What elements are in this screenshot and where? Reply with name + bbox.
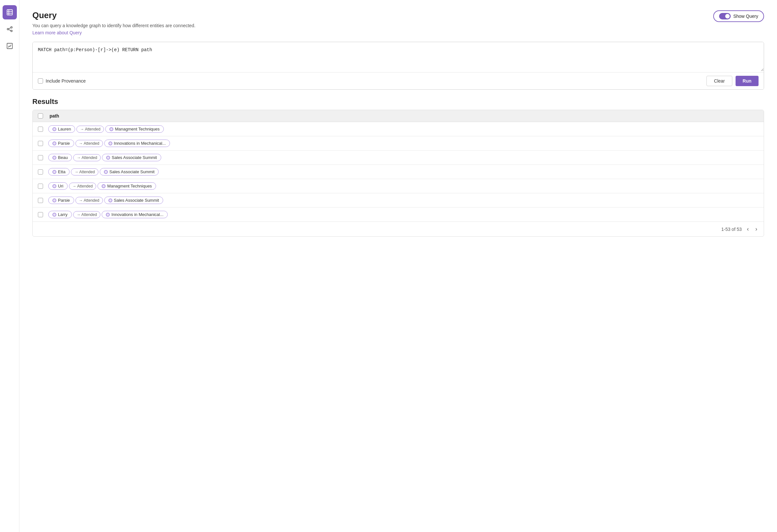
node-pill: Larry <box>48 211 72 218</box>
node-pill: Lauren <box>48 125 75 133</box>
sidebar-icon-chart[interactable] <box>3 39 17 53</box>
clear-button[interactable]: Clear <box>706 76 732 86</box>
show-query-toggle[interactable]: Show Query <box>713 10 764 22</box>
node-label: Etta <box>58 169 66 174</box>
provenance-text: Include Provenance <box>46 78 86 84</box>
table-header-row: path <box>33 110 764 122</box>
svg-line-7 <box>8 28 11 29</box>
table-body: Lauren→ AttendedManagment TechniquesPars… <box>33 122 764 221</box>
node-dot <box>52 170 56 174</box>
node-label: Sales Associate Summit <box>114 198 159 203</box>
node-dot <box>108 141 112 145</box>
node-label: Beau <box>58 155 68 160</box>
edge-pill: → Attended <box>76 140 103 147</box>
select-all-checkbox[interactable] <box>38 113 43 118</box>
path-pills: Parsie→ AttendedInnovations in Mechanica… <box>48 139 170 147</box>
path-pills: Larry→ AttendedInnovations in Mechanical… <box>48 211 168 218</box>
toggle-switch <box>719 13 731 19</box>
row-checkbox[interactable] <box>38 127 43 132</box>
edge-pill: → Attended <box>73 154 101 161</box>
svg-rect-9 <box>7 43 12 49</box>
node-label: Lauren <box>58 127 71 131</box>
node-pill: Innovations in Mechanical... <box>102 211 168 218</box>
path-pills: Lauren→ AttendedManagment Techniques <box>48 125 164 133</box>
node-label: Managment Techniques <box>107 184 152 189</box>
svg-point-5 <box>11 26 12 28</box>
provenance-label[interactable]: Include Provenance <box>38 78 86 84</box>
row-checkbox[interactable] <box>38 155 43 160</box>
button-group: Clear Run <box>706 76 759 86</box>
node-pill: Sales Associate Summit <box>100 168 158 176</box>
sidebar-icon-graph[interactable] <box>3 22 17 36</box>
table-row: Lauren→ AttendedManagment Techniques <box>33 122 764 136</box>
node-label: Sales Associate Summit <box>109 169 154 174</box>
svg-point-4 <box>7 28 9 30</box>
results-title: Results <box>32 97 764 106</box>
table-row: Parsie→ AttendedInnovations in Mechanica… <box>33 136 764 150</box>
column-header-path: path <box>49 113 59 118</box>
node-pill: Beau <box>48 154 72 161</box>
node-pill: Managment Techniques <box>105 125 164 133</box>
path-pills: Uri→ AttendedManagment Techniques <box>48 182 156 190</box>
node-pill: Sales Associate Summit <box>102 154 161 161</box>
node-label: Parsie <box>58 198 70 203</box>
page-description: You can query a knowledge graph to ident… <box>32 23 196 28</box>
edge-pill: → Attended <box>76 197 103 204</box>
node-pill: Parsie <box>48 139 74 147</box>
node-dot <box>106 213 110 217</box>
node-dot <box>52 127 56 131</box>
row-checkbox[interactable] <box>38 169 43 175</box>
node-pill: Innovations in Mechanical... <box>104 139 170 147</box>
prev-page-button[interactable]: ‹ <box>746 225 750 233</box>
query-textarea[interactable]: MATCH path=(p:Person)-[r]->(e) RETURN pa… <box>33 42 764 71</box>
node-label: Uri <box>58 184 64 189</box>
table-row: Beau→ AttendedSales Associate Summit <box>33 150 764 165</box>
row-checkbox[interactable] <box>38 141 43 146</box>
edge-pill: → Attended <box>71 169 98 176</box>
node-pill: Managment Techniques <box>97 182 156 190</box>
table-row: Larry→ AttendedInnovations in Mechanical… <box>33 208 764 221</box>
show-query-label: Show Query <box>733 14 758 19</box>
node-dot <box>52 156 56 159</box>
node-dot <box>52 199 56 202</box>
path-pills: Parsie→ AttendedSales Associate Summit <box>48 197 163 204</box>
node-dot <box>104 170 108 174</box>
path-pills: Etta→ AttendedSales Associate Summit <box>48 168 158 176</box>
node-dot <box>52 141 56 145</box>
node-pill: Sales Associate Summit <box>104 197 163 204</box>
edge-pill: → Attended <box>77 126 104 133</box>
run-button[interactable]: Run <box>736 76 759 86</box>
query-box: MATCH path=(p:Person)-[r]->(e) RETURN pa… <box>32 42 764 90</box>
node-pill: Parsie <box>48 197 74 204</box>
table-row: Etta→ AttendedSales Associate Summit <box>33 165 764 179</box>
header-row: Query You can query a knowledge graph to… <box>32 10 764 40</box>
svg-point-6 <box>11 30 12 32</box>
svg-line-8 <box>8 29 11 30</box>
sidebar-icon-table[interactable] <box>3 5 17 19</box>
path-pills: Beau→ AttendedSales Associate Summit <box>48 154 161 161</box>
node-label: Innovations in Mechanical... <box>114 141 166 146</box>
node-dot <box>108 199 112 202</box>
node-dot <box>109 127 113 131</box>
row-checkbox[interactable] <box>38 198 43 203</box>
header-checkbox <box>38 113 44 118</box>
page-layout: Query You can query a knowledge graph to… <box>0 0 777 532</box>
row-checkbox[interactable] <box>38 212 43 217</box>
row-checkbox[interactable] <box>38 184 43 189</box>
learn-more-link[interactable]: Learn more about Query <box>32 30 82 35</box>
sidebar <box>0 0 19 532</box>
node-dot <box>106 156 110 159</box>
title-section: Query You can query a knowledge graph to… <box>32 10 196 40</box>
node-dot <box>52 184 56 188</box>
node-label: Larry <box>58 212 68 217</box>
query-footer: Include Provenance Clear Run <box>33 72 764 89</box>
node-label: Innovations in Mechanical... <box>111 212 163 217</box>
provenance-checkbox[interactable] <box>38 78 43 84</box>
node-dot <box>52 213 56 217</box>
svg-rect-0 <box>7 10 12 15</box>
next-page-button[interactable]: › <box>754 225 759 233</box>
main-content: Query You can query a knowledge graph to… <box>19 0 777 532</box>
node-label: Parsie <box>58 141 70 146</box>
page-title: Query <box>32 10 196 20</box>
edge-pill: → Attended <box>73 211 101 218</box>
